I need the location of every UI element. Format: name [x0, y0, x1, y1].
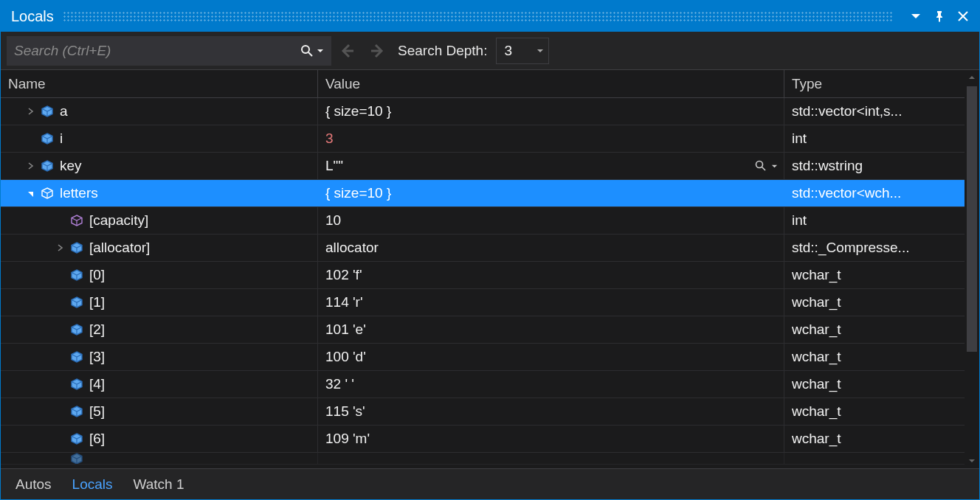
- close-button[interactable]: [953, 6, 973, 27]
- name-cell[interactable]: [0]: [1, 262, 318, 288]
- tab-watch-1[interactable]: Watch 1: [123, 469, 195, 499]
- search-prev-button[interactable]: [334, 38, 361, 64]
- variable-row[interactable]: [1] 114 'r' wchar_t: [1, 289, 965, 316]
- window-menu-button[interactable]: [905, 6, 926, 27]
- variable-row[interactable]: [0] 102 'f' wchar_t: [1, 262, 965, 289]
- name-cell[interactable]: [3]: [1, 344, 318, 370]
- name-cell[interactable]: [allocator]: [1, 235, 318, 261]
- visualizer-button[interactable]: [755, 160, 778, 172]
- name-cell[interactable]: i: [1, 125, 318, 152]
- type-cell: std::wstring: [784, 153, 954, 179]
- value-cell[interactable]: 10: [318, 207, 784, 234]
- variable-row[interactable]: key L"" std::wstring: [1, 153, 965, 180]
- variable-type: wchar_t: [792, 294, 841, 310]
- variable-row[interactable]: [4] 32 ' ' wchar_t: [1, 371, 965, 398]
- column-header-type[interactable]: Type: [784, 70, 954, 97]
- variable-value: L"": [325, 158, 343, 174]
- type-cell: std::vector<wch...: [784, 180, 954, 206]
- variable-row[interactable]: [3] 100 'd' wchar_t: [1, 344, 965, 371]
- variable-type: int: [792, 131, 807, 147]
- variable-row[interactable]: [1, 453, 965, 465]
- value-cell[interactable]: 100 'd': [318, 344, 784, 370]
- search-dropdown-icon[interactable]: [315, 47, 325, 55]
- variable-name: [capacity]: [89, 212, 148, 229]
- expand-toggle[interactable]: [26, 162, 35, 170]
- value-cell[interactable]: { size=10 }: [318, 98, 784, 125]
- expand-toggle[interactable]: [55, 244, 64, 251]
- variable-value: 102 'f': [325, 267, 362, 283]
- column-header-name[interactable]: Name: [1, 70, 318, 97]
- variable-value: 3: [325, 131, 334, 147]
- titlebar: Locals: [1, 1, 979, 32]
- name-cell[interactable]: [capacity]: [1, 207, 318, 234]
- variable-icon: [70, 214, 83, 227]
- variable-row[interactable]: [2] 101 'e' wchar_t: [1, 316, 965, 344]
- name-cell[interactable]: letters: [1, 180, 318, 206]
- value-cell[interactable]: L"": [318, 153, 784, 179]
- column-header-value[interactable]: Value: [318, 70, 784, 97]
- type-cell: wchar_t: [784, 426, 954, 452]
- type-cell: std::vector<int,s...: [784, 98, 954, 125]
- variable-icon: [41, 159, 54, 173]
- chevron-down-icon: [536, 47, 544, 55]
- variable-value: 32 ' ': [325, 376, 354, 392]
- type-cell: std::_Compresse...: [784, 235, 954, 261]
- type-cell: wchar_t: [784, 398, 954, 425]
- search-box[interactable]: [7, 36, 331, 66]
- variable-row[interactable]: letters { size=10 } std::vector<wch...: [1, 180, 965, 207]
- scroll-up-icon[interactable]: [965, 70, 979, 85]
- name-cell[interactable]: [2]: [1, 316, 318, 343]
- value-cell[interactable]: 114 'r': [318, 289, 784, 316]
- variable-type: std::vector<wch...: [792, 185, 901, 201]
- scrollbar-thumb[interactable]: [967, 86, 977, 352]
- value-cell[interactable]: 3: [318, 125, 784, 152]
- type-cell: wchar_t: [784, 371, 954, 397]
- variable-type: int: [792, 212, 807, 229]
- svg-line-5: [762, 167, 766, 171]
- name-cell[interactable]: [6]: [1, 426, 318, 452]
- value-cell[interactable]: { size=10 }: [318, 180, 784, 206]
- value-cell[interactable]: 102 'f': [318, 262, 784, 288]
- toolbar: Search Depth: 3: [1, 32, 979, 70]
- variable-value: { size=10 }: [325, 103, 391, 119]
- titlebar-grip[interactable]: [63, 11, 894, 21]
- search-input[interactable]: [14, 43, 299, 59]
- tab-locals[interactable]: Locals: [62, 469, 123, 499]
- search-icon[interactable]: [299, 44, 315, 58]
- name-cell[interactable]: key: [1, 153, 318, 179]
- name-cell[interactable]: [1]: [1, 289, 318, 316]
- expand-toggle[interactable]: [26, 108, 35, 115]
- name-cell[interactable]: [4]: [1, 371, 318, 397]
- value-cell[interactable]: 115 's': [318, 398, 784, 425]
- variable-row[interactable]: a { size=10 } std::vector<int,s...: [1, 98, 965, 125]
- variable-row[interactable]: [capacity] 10 int: [1, 207, 965, 235]
- value-cell[interactable]: 32 ' ': [318, 371, 784, 397]
- value-cell[interactable]: 101 'e': [318, 316, 784, 343]
- variable-value: 114 'r': [325, 294, 363, 310]
- variable-name: [5]: [89, 403, 105, 420]
- value-cell[interactable]: allocator: [318, 235, 784, 261]
- scroll-down-icon[interactable]: [965, 454, 979, 468]
- chevron-down-icon: [771, 163, 778, 170]
- variable-type: wchar_t: [792, 267, 841, 283]
- pin-button[interactable]: [929, 6, 950, 27]
- vertical-scrollbar[interactable]: [965, 70, 979, 468]
- search-next-button[interactable]: [364, 38, 390, 64]
- name-cell[interactable]: a: [1, 98, 318, 125]
- variable-name: [4]: [89, 376, 105, 392]
- search-depth-select[interactable]: 3: [496, 38, 549, 64]
- variable-row[interactable]: [5] 115 's' wchar_t: [1, 398, 965, 426]
- svg-point-0: [302, 46, 309, 53]
- value-cell[interactable]: 109 'm': [318, 426, 784, 452]
- svg-point-4: [756, 162, 763, 168]
- variable-type: std::_Compresse...: [792, 240, 909, 256]
- variable-type: wchar_t: [792, 431, 841, 447]
- expand-toggle[interactable]: [26, 190, 35, 197]
- variable-icon: [41, 187, 54, 200]
- variable-row[interactable]: i 3 int: [1, 125, 965, 153]
- variable-row[interactable]: [allocator] allocator std::_Compresse...: [1, 235, 965, 262]
- tab-autos[interactable]: Autos: [5, 469, 62, 499]
- variable-row[interactable]: [6] 109 'm' wchar_t: [1, 426, 965, 453]
- name-cell[interactable]: [5]: [1, 398, 318, 425]
- variable-icon: [70, 268, 83, 282]
